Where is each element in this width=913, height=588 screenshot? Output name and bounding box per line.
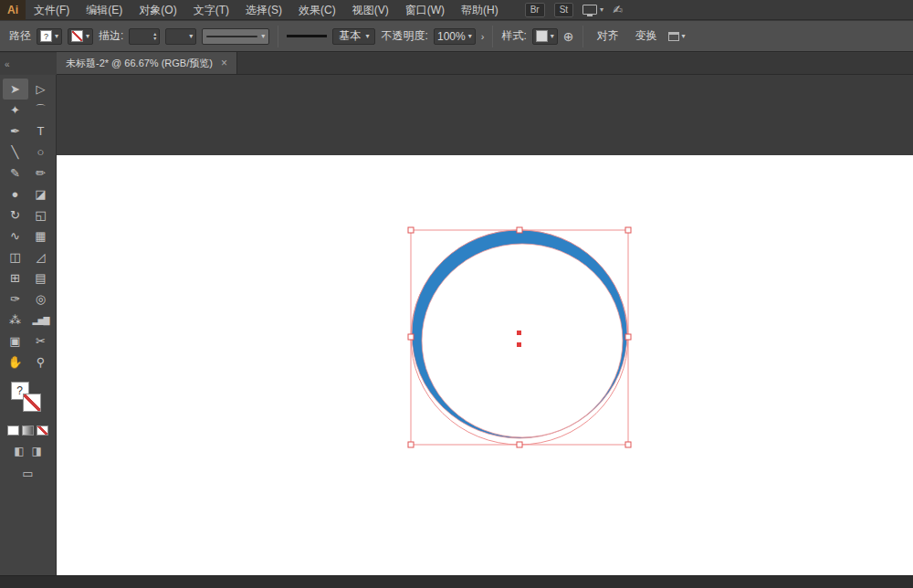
align-button[interactable]: 对齐: [592, 26, 624, 46]
paintbrush-tool[interactable]: ✎: [3, 163, 28, 184]
menu-items: 文件(F)编辑(E)对象(O)文字(T)选择(S)效果(C)视图(V)窗口(W)…: [26, 0, 507, 20]
divider: [582, 26, 583, 47]
scale-tool[interactable]: ◱: [28, 205, 54, 226]
menu-item-7[interactable]: 视图(V): [344, 0, 397, 20]
menu-item-5[interactable]: 选择(S): [237, 0, 290, 20]
menu-item-1[interactable]: 文件(F): [26, 0, 78, 20]
brush-definition-dropdown[interactable]: 基本 ▾: [332, 28, 375, 45]
chevron-down-icon: ▾: [600, 5, 603, 14]
chevron-down-icon: ▾: [365, 32, 369, 40]
menu-item-8[interactable]: 窗口(W): [397, 0, 453, 20]
direct-selection-tool[interactable]: ▷: [28, 79, 54, 100]
illustrator-window: Ai 文件(F)编辑(E)对象(O)文字(T)选择(S)效果(C)视图(V)窗口…: [0, 0, 913, 588]
none-button[interactable]: [37, 425, 48, 436]
draw-behind-icon[interactable]: ◨: [32, 445, 42, 457]
status-bar: [0, 575, 913, 588]
panel-launcher[interactable]: ▾: [668, 32, 686, 41]
opacity-label: 不透明度:: [381, 28, 427, 44]
opacity-input[interactable]: 100% ▾: [434, 28, 476, 45]
stepper-icon[interactable]: ▴ ▾: [153, 32, 156, 41]
selected-shape-cutout[interactable]: [422, 244, 623, 437]
chevron-down-icon: ▾: [468, 32, 472, 40]
width-tool[interactable]: ∿: [3, 226, 28, 247]
pen-tool[interactable]: ✒: [3, 121, 28, 142]
document-setup-icon[interactable]: ⊕: [563, 29, 574, 44]
mesh-tool[interactable]: ⊞: [3, 268, 28, 289]
canvas-area[interactable]: [57, 75, 913, 575]
document-tab[interactable]: 未标题-2* @ 66.67% (RGB/预览) ×: [57, 52, 237, 74]
menu-item-2[interactable]: 编辑(E): [78, 0, 131, 20]
stroke-weight-input[interactable]: ▴ ▾: [129, 28, 160, 45]
screen-mode-icon: ▭: [22, 467, 33, 480]
line-segment-tool[interactable]: ╲: [3, 142, 28, 163]
symbol-sprayer-tool[interactable]: ⁂: [3, 310, 28, 331]
free-transform-tool[interactable]: ▦: [28, 226, 54, 247]
stroke-color-control[interactable]: ▾: [68, 28, 93, 45]
chevron-down-icon: ▾: [261, 32, 265, 40]
transform-button[interactable]: 变换: [630, 26, 663, 46]
fill-color-control[interactable]: ? ▾: [37, 28, 62, 45]
document-tab-title: 未标题-2* @ 66.67% (RGB/预览): [66, 57, 213, 70]
stepper-down-icon[interactable]: ▾: [153, 37, 156, 41]
tool-panel-header: «: [0, 53, 57, 75]
stroke-weight-label: 描边:: [99, 28, 123, 44]
gradient-button[interactable]: [22, 425, 34, 436]
canvas-overlay: [57, 75, 913, 575]
menubar-right-cluster: Br St ▾ ✍: [525, 3, 623, 17]
slice-tool[interactable]: ✂: [28, 331, 54, 352]
chevron-down-icon: ▾: [682, 32, 686, 40]
brush-definition-label: 基本: [339, 28, 361, 44]
magic-wand-tool[interactable]: ✦: [3, 100, 28, 121]
app-logo[interactable]: Ai: [0, 0, 26, 20]
tool-grid: ➤▷✦⌒✒T╲○✎✏●◪↻◱∿▦◫◿⊞▤✑◎⁂▂▅▇▣✂✋⚲: [0, 79, 56, 373]
color-button[interactable]: [7, 425, 19, 436]
rotate-tool[interactable]: ↻: [3, 205, 28, 226]
pencil-tool[interactable]: ✏: [28, 163, 54, 184]
context-label: 路径: [9, 28, 31, 44]
gradient-tool[interactable]: ▤: [28, 268, 54, 289]
graphic-style-dropdown[interactable]: ▾: [532, 28, 558, 45]
style-label: 样式:: [501, 28, 526, 44]
menu-item-3[interactable]: 对象(O): [131, 0, 184, 20]
width-profile-preview: [206, 36, 257, 37]
perspective-grid-tool[interactable]: ◿: [28, 247, 54, 268]
selection-tool[interactable]: ➤: [3, 79, 28, 100]
opacity-value: 100%: [437, 30, 466, 43]
signature-icon[interactable]: ✍: [613, 3, 623, 16]
collapse-panel-icon[interactable]: «: [5, 59, 10, 69]
stroke-none-swatch: [71, 30, 83, 42]
menu-item-6[interactable]: 效果(C): [290, 0, 344, 20]
type-tool[interactable]: T: [28, 121, 54, 142]
tool-panel: ➤▷✦⌒✒T╲○✎✏●◪↻◱∿▦◫◿⊞▤✑◎⁂▂▅▇▣✂✋⚲ ? ◧ ◨ ▭: [0, 75, 57, 575]
eyedropper-tool[interactable]: ✑: [3, 289, 28, 310]
chevron-down-icon: ▾: [551, 32, 554, 40]
stroke-weight-dropdown[interactable]: ▾: [165, 28, 196, 45]
artboard-tool[interactable]: ▣: [3, 331, 28, 352]
bridge-button[interactable]: Br: [525, 3, 545, 17]
blend-tool[interactable]: ◎: [28, 289, 54, 310]
chevron-down-icon: ▾: [55, 32, 58, 40]
ellipse-tool[interactable]: ○: [28, 142, 54, 163]
menu-item-9[interactable]: 帮助(H): [453, 0, 507, 20]
style-swatch: [536, 30, 548, 42]
blob-brush-tool[interactable]: ●: [3, 184, 28, 205]
variable-width-profile-dropdown[interactable]: ▾: [202, 28, 269, 45]
stroke-color-swatch[interactable]: [23, 394, 41, 412]
opacity-panel-chevron-icon[interactable]: ›: [481, 31, 485, 42]
document-tab-bar: 未标题-2* @ 66.67% (RGB/预览) ×: [57, 53, 913, 75]
change-screen-mode-button[interactable]: ▭: [0, 467, 56, 480]
shape-builder-tool[interactable]: ◫: [3, 247, 28, 268]
screen-mode-menu[interactable]: ▾: [582, 5, 603, 15]
lasso-tool[interactable]: ⌒: [28, 100, 54, 121]
draw-normal-icon[interactable]: ◧: [14, 445, 24, 457]
stock-button[interactable]: St: [554, 3, 573, 17]
zoom-tool[interactable]: ⚲: [28, 352, 54, 373]
column-graph-tool[interactable]: ▂▅▇: [28, 310, 54, 331]
close-icon[interactable]: ×: [221, 57, 227, 69]
drawing-mode-buttons: ◧ ◨: [0, 445, 56, 457]
chevron-down-icon: ▾: [86, 32, 89, 40]
eraser-tool[interactable]: ◪: [28, 184, 54, 205]
menu-item-4[interactable]: 文字(T): [185, 0, 237, 20]
divider: [492, 26, 493, 47]
hand-tool[interactable]: ✋: [3, 352, 28, 373]
